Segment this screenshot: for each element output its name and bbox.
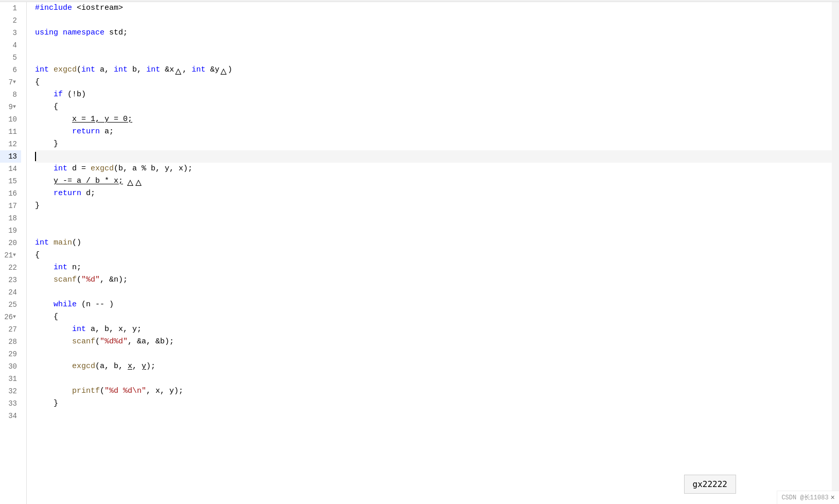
ln-6: 6 bbox=[0, 64, 21, 76]
ln-13: 13 bbox=[0, 150, 21, 163]
ln-30: 30 bbox=[0, 360, 21, 373]
code-line-5 bbox=[35, 51, 832, 64]
fn-printf-32: printf bbox=[72, 385, 100, 397]
code-line-3: using namespace std; bbox=[35, 27, 832, 39]
code-text-6e: &x bbox=[160, 64, 174, 76]
indent-25 bbox=[35, 299, 54, 311]
code-text-32b: , x, y); bbox=[146, 385, 183, 397]
code-line-21: { bbox=[35, 249, 832, 262]
code-line-19 bbox=[35, 224, 832, 237]
code-line-30: exgcd (a, b, x , y ); bbox=[35, 360, 832, 373]
ln-3: 3 bbox=[0, 27, 21, 39]
code-text-32a: ( bbox=[100, 385, 104, 397]
code-area[interactable]: 1 2 3 4 5 6 7 ▼ 8 9 ▼ 10 11 12 13 14 15 … bbox=[0, 2, 839, 504]
code-text-28b: , &a, &b); bbox=[128, 336, 174, 348]
code-text-6a bbox=[49, 64, 54, 76]
code-line-16: return d; bbox=[35, 187, 832, 200]
ln-8: 8 bbox=[0, 89, 21, 101]
ln-31: 31 bbox=[0, 373, 21, 385]
code-line-14: int d = exgcd (b, a % b, y, x); bbox=[35, 163, 832, 175]
code-text-27: a, b, x, y; bbox=[86, 323, 142, 336]
code-line-2 bbox=[35, 14, 832, 27]
fold-arrow-7[interactable]: ▼ bbox=[13, 76, 16, 89]
code-text-6d: b, bbox=[128, 64, 146, 76]
code-text-11: a; bbox=[100, 126, 114, 138]
kw-int-27: int bbox=[72, 323, 86, 336]
indent-30 bbox=[35, 360, 72, 373]
ln-22: 22 bbox=[0, 262, 21, 274]
ln-28: 28 bbox=[0, 336, 21, 348]
code-line-11: return a; bbox=[35, 126, 832, 138]
code-text-10: x = 1, y = 0; bbox=[72, 113, 132, 126]
indent-14 bbox=[35, 163, 54, 175]
kw-if: if bbox=[54, 89, 63, 101]
ln-7: 7 ▼ bbox=[0, 76, 21, 89]
code-line-27: int a, b, x, y; bbox=[35, 323, 832, 336]
watermark-close-button[interactable]: × bbox=[831, 494, 835, 502]
code-line-1: #include <iostream> bbox=[35, 2, 832, 14]
indent-27 bbox=[35, 323, 72, 336]
code-text-30a: (a, b, bbox=[95, 360, 128, 373]
ln-25: 25 bbox=[0, 299, 21, 311]
underline-x-30: x bbox=[128, 360, 132, 373]
ln-4: 4 bbox=[0, 39, 21, 51]
kw-int-22: int bbox=[54, 262, 67, 274]
fn-main: main bbox=[54, 237, 72, 249]
ln-1: 1 bbox=[0, 2, 21, 14]
code-space-3a bbox=[58, 27, 63, 39]
indent-22 bbox=[35, 262, 54, 274]
kw-int-6c: int bbox=[114, 64, 128, 76]
code-line-31 bbox=[35, 373, 832, 385]
ln-33: 33 bbox=[0, 397, 21, 410]
kw-int-6d: int bbox=[146, 64, 160, 76]
watermark-text: CSDN @长11083 bbox=[781, 493, 828, 502]
ln-26: 26 ▼ bbox=[0, 311, 21, 323]
code-line-28: scanf ( "%d%d" , &a, &b); bbox=[35, 336, 832, 348]
ln-34: 34 bbox=[0, 410, 21, 422]
scrollbar[interactable] bbox=[832, 2, 839, 504]
fold-arrow-21[interactable]: ▼ bbox=[13, 249, 16, 262]
code-text-22: n; bbox=[67, 262, 81, 274]
code-text-30b: , bbox=[132, 360, 142, 373]
code-line-22: int n; bbox=[35, 262, 832, 274]
code-text-6h: ) bbox=[228, 64, 232, 76]
code-text-20b: () bbox=[72, 237, 81, 249]
str-32: "%d %d\n" bbox=[104, 385, 146, 397]
code-line-15: y -= a / b * x; △ △ bbox=[35, 175, 832, 187]
code-text-1: <iostream> bbox=[72, 2, 123, 14]
code-lines[interactable]: #include <iostream> using namespace std;… bbox=[27, 2, 832, 504]
code-text-6c: a, bbox=[95, 64, 114, 76]
str-23: "%d" bbox=[81, 274, 100, 286]
indent-8 bbox=[35, 89, 54, 101]
fn-exgcd-30: exgcd bbox=[72, 360, 95, 373]
str-28: "%d%d" bbox=[100, 336, 128, 348]
fold-arrow-9[interactable]: ▼ bbox=[13, 101, 16, 113]
fn-exgcd: exgcd bbox=[54, 64, 77, 76]
code-text-33: } bbox=[35, 397, 58, 410]
kw-namespace: namespace bbox=[63, 27, 104, 39]
code-text-25: (n -- ) bbox=[77, 299, 114, 311]
kw-while: while bbox=[54, 299, 77, 311]
editor-container: 1 2 3 4 5 6 7 ▼ 8 9 ▼ 10 11 12 13 14 15 … bbox=[0, 0, 839, 504]
code-line-6: int exgcd ( int a, int b, int &x △ , int… bbox=[35, 64, 832, 76]
code-text-15: y -= a / b * x; bbox=[54, 175, 123, 187]
code-line-13 bbox=[35, 150, 832, 163]
code-line-34 bbox=[35, 410, 832, 422]
watermark: CSDN @长11083 × bbox=[777, 491, 839, 504]
fn-exgcd-14: exgcd bbox=[91, 163, 114, 175]
kw-int-14: int bbox=[54, 163, 67, 175]
ln-32: 32 bbox=[0, 385, 21, 397]
code-text-23b: , &n); bbox=[100, 274, 128, 286]
kw-using: using bbox=[35, 27, 58, 39]
code-text-23a: ( bbox=[77, 274, 81, 286]
code-text-6g: &y bbox=[205, 64, 219, 76]
ln-17: 17 bbox=[0, 200, 21, 212]
indent-23 bbox=[35, 274, 54, 286]
ln-21: 21 ▼ bbox=[0, 249, 21, 262]
ln-19: 19 bbox=[0, 224, 21, 237]
ln-24: 24 bbox=[0, 286, 21, 299]
fn-scanf-28: scanf bbox=[72, 336, 95, 348]
fold-arrow-26[interactable]: ▼ bbox=[13, 311, 16, 323]
code-text-14b: (b, a % b, y, x); bbox=[114, 163, 193, 175]
code-text-12: } bbox=[35, 138, 58, 150]
